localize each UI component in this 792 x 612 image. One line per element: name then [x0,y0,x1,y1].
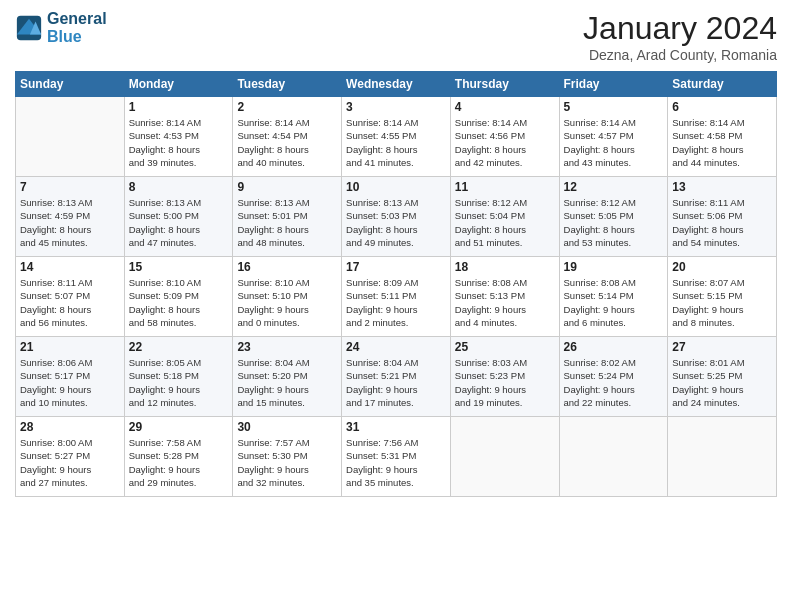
day-number: 13 [672,180,772,194]
weekday-header: Sunday [16,72,125,97]
calendar-cell: 7Sunrise: 8:13 AM Sunset: 4:59 PM Daylig… [16,177,125,257]
day-number: 16 [237,260,337,274]
weekday-header: Saturday [668,72,777,97]
day-info: Sunrise: 8:01 AM Sunset: 5:25 PM Dayligh… [672,356,772,409]
day-number: 30 [237,420,337,434]
day-info: Sunrise: 8:14 AM Sunset: 4:55 PM Dayligh… [346,116,446,169]
day-number: 4 [455,100,555,114]
day-info: Sunrise: 8:13 AM Sunset: 5:03 PM Dayligh… [346,196,446,249]
day-info: Sunrise: 8:08 AM Sunset: 5:14 PM Dayligh… [564,276,664,329]
day-number: 3 [346,100,446,114]
day-number: 6 [672,100,772,114]
day-number: 21 [20,340,120,354]
calendar-cell: 30Sunrise: 7:57 AM Sunset: 5:30 PM Dayli… [233,417,342,497]
day-number: 19 [564,260,664,274]
calendar-cell: 10Sunrise: 8:13 AM Sunset: 5:03 PM Dayli… [342,177,451,257]
day-number: 18 [455,260,555,274]
calendar-cell: 20Sunrise: 8:07 AM Sunset: 5:15 PM Dayli… [668,257,777,337]
calendar-cell: 25Sunrise: 8:03 AM Sunset: 5:23 PM Dayli… [450,337,559,417]
logo-text: General Blue [47,10,107,46]
calendar-cell: 29Sunrise: 7:58 AM Sunset: 5:28 PM Dayli… [124,417,233,497]
weekday-header: Friday [559,72,668,97]
day-info: Sunrise: 8:10 AM Sunset: 5:09 PM Dayligh… [129,276,229,329]
day-number: 29 [129,420,229,434]
calendar-week-row: 1Sunrise: 8:14 AM Sunset: 4:53 PM Daylig… [16,97,777,177]
day-number: 22 [129,340,229,354]
calendar-week-row: 7Sunrise: 8:13 AM Sunset: 4:59 PM Daylig… [16,177,777,257]
day-number: 17 [346,260,446,274]
calendar-cell: 23Sunrise: 8:04 AM Sunset: 5:20 PM Dayli… [233,337,342,417]
day-info: Sunrise: 8:13 AM Sunset: 5:01 PM Dayligh… [237,196,337,249]
calendar-cell [450,417,559,497]
calendar-cell: 21Sunrise: 8:06 AM Sunset: 5:17 PM Dayli… [16,337,125,417]
day-info: Sunrise: 8:14 AM Sunset: 4:56 PM Dayligh… [455,116,555,169]
day-info: Sunrise: 8:00 AM Sunset: 5:27 PM Dayligh… [20,436,120,489]
day-number: 10 [346,180,446,194]
calendar-cell: 17Sunrise: 8:09 AM Sunset: 5:11 PM Dayli… [342,257,451,337]
calendar-cell: 26Sunrise: 8:02 AM Sunset: 5:24 PM Dayli… [559,337,668,417]
day-info: Sunrise: 8:14 AM Sunset: 4:54 PM Dayligh… [237,116,337,169]
day-number: 8 [129,180,229,194]
day-number: 27 [672,340,772,354]
day-number: 9 [237,180,337,194]
day-info: Sunrise: 8:04 AM Sunset: 5:21 PM Dayligh… [346,356,446,409]
day-info: Sunrise: 8:07 AM Sunset: 5:15 PM Dayligh… [672,276,772,329]
day-number: 2 [237,100,337,114]
calendar-container: General Blue January 2024 Dezna, Arad Co… [0,0,792,612]
weekday-header: Tuesday [233,72,342,97]
day-info: Sunrise: 8:14 AM Sunset: 4:58 PM Dayligh… [672,116,772,169]
day-number: 1 [129,100,229,114]
day-info: Sunrise: 8:08 AM Sunset: 5:13 PM Dayligh… [455,276,555,329]
calendar-cell: 19Sunrise: 8:08 AM Sunset: 5:14 PM Dayli… [559,257,668,337]
calendar-cell: 4Sunrise: 8:14 AM Sunset: 4:56 PM Daylig… [450,97,559,177]
calendar-cell: 11Sunrise: 8:12 AM Sunset: 5:04 PM Dayli… [450,177,559,257]
calendar-cell: 31Sunrise: 7:56 AM Sunset: 5:31 PM Dayli… [342,417,451,497]
calendar-body: 1Sunrise: 8:14 AM Sunset: 4:53 PM Daylig… [16,97,777,497]
calendar-header: SundayMondayTuesdayWednesdayThursdayFrid… [16,72,777,97]
day-number: 24 [346,340,446,354]
day-number: 7 [20,180,120,194]
calendar-cell: 18Sunrise: 8:08 AM Sunset: 5:13 PM Dayli… [450,257,559,337]
day-info: Sunrise: 7:56 AM Sunset: 5:31 PM Dayligh… [346,436,446,489]
calendar-cell: 28Sunrise: 8:00 AM Sunset: 5:27 PM Dayli… [16,417,125,497]
day-number: 5 [564,100,664,114]
day-info: Sunrise: 8:11 AM Sunset: 5:06 PM Dayligh… [672,196,772,249]
day-number: 14 [20,260,120,274]
day-info: Sunrise: 8:14 AM Sunset: 4:53 PM Dayligh… [129,116,229,169]
day-info: Sunrise: 8:02 AM Sunset: 5:24 PM Dayligh… [564,356,664,409]
day-info: Sunrise: 8:10 AM Sunset: 5:10 PM Dayligh… [237,276,337,329]
day-number: 26 [564,340,664,354]
calendar-cell: 1Sunrise: 8:14 AM Sunset: 4:53 PM Daylig… [124,97,233,177]
day-info: Sunrise: 8:11 AM Sunset: 5:07 PM Dayligh… [20,276,120,329]
calendar-cell: 8Sunrise: 8:13 AM Sunset: 5:00 PM Daylig… [124,177,233,257]
calendar-cell [559,417,668,497]
subtitle: Dezna, Arad County, Romania [583,47,777,63]
calendar-week-row: 21Sunrise: 8:06 AM Sunset: 5:17 PM Dayli… [16,337,777,417]
weekday-header: Thursday [450,72,559,97]
day-number: 25 [455,340,555,354]
day-info: Sunrise: 8:03 AM Sunset: 5:23 PM Dayligh… [455,356,555,409]
weekday-header: Monday [124,72,233,97]
day-info: Sunrise: 8:12 AM Sunset: 5:04 PM Dayligh… [455,196,555,249]
day-number: 23 [237,340,337,354]
day-info: Sunrise: 8:14 AM Sunset: 4:57 PM Dayligh… [564,116,664,169]
calendar-cell: 13Sunrise: 8:11 AM Sunset: 5:06 PM Dayli… [668,177,777,257]
weekday-row: SundayMondayTuesdayWednesdayThursdayFrid… [16,72,777,97]
day-info: Sunrise: 8:06 AM Sunset: 5:17 PM Dayligh… [20,356,120,409]
day-info: Sunrise: 8:05 AM Sunset: 5:18 PM Dayligh… [129,356,229,409]
day-info: Sunrise: 8:12 AM Sunset: 5:05 PM Dayligh… [564,196,664,249]
day-info: Sunrise: 8:04 AM Sunset: 5:20 PM Dayligh… [237,356,337,409]
calendar-cell: 14Sunrise: 8:11 AM Sunset: 5:07 PM Dayli… [16,257,125,337]
calendar-cell: 12Sunrise: 8:12 AM Sunset: 5:05 PM Dayli… [559,177,668,257]
logo: General Blue [15,10,107,46]
day-info: Sunrise: 7:57 AM Sunset: 5:30 PM Dayligh… [237,436,337,489]
calendar-week-row: 28Sunrise: 8:00 AM Sunset: 5:27 PM Dayli… [16,417,777,497]
calendar-cell: 2Sunrise: 8:14 AM Sunset: 4:54 PM Daylig… [233,97,342,177]
logo-icon [15,14,43,42]
title-block: January 2024 Dezna, Arad County, Romania [583,10,777,63]
calendar-table: SundayMondayTuesdayWednesdayThursdayFrid… [15,71,777,497]
calendar-cell: 24Sunrise: 8:04 AM Sunset: 5:21 PM Dayli… [342,337,451,417]
day-number: 11 [455,180,555,194]
calendar-cell [668,417,777,497]
day-number: 20 [672,260,772,274]
